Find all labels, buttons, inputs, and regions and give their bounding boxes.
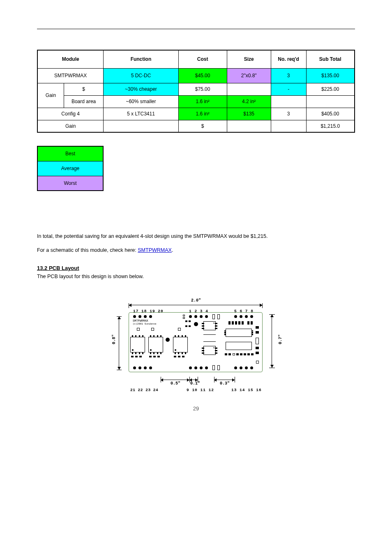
cell: 3 <box>271 108 306 120</box>
pin-labels-bot-right: 13 14 15 16 <box>231 388 262 392</box>
cell <box>306 95 355 108</box>
cell: Gain <box>37 120 104 132</box>
dim-tick <box>117 370 122 370</box>
pin-labels-bot-mid: 9 10 11 12 <box>187 388 214 392</box>
cell: ~30% cheaper <box>104 83 178 95</box>
cell: 4.2 in² <box>227 95 271 108</box>
hdr-size: Size <box>227 50 271 68</box>
cell: 2"x0.8" <box>227 68 271 83</box>
dim-tick <box>269 368 275 368</box>
cell: $135 <box>227 108 271 120</box>
cell: - <box>271 83 306 95</box>
page-number: 29 <box>0 405 392 412</box>
cell: $75.00 <box>178 83 227 95</box>
legend-worst: Worst <box>37 176 103 191</box>
dim-line <box>129 305 263 305</box>
silk-copyright: (c)2001 Sundance <box>133 323 157 325</box>
section-title: 13.2 PCB Layout <box>37 265 355 271</box>
cell: $ <box>64 83 104 95</box>
cell: 5 x LTC3411 <box>104 108 178 120</box>
dim-b3: 0.3" <box>220 381 230 386</box>
cell <box>271 120 306 132</box>
legend-table: Best Average Worst <box>37 146 104 191</box>
cell <box>227 120 271 132</box>
pin-labels-bot-left: 21 22 23 24 <box>130 388 158 392</box>
pcb-diagram: 2.0" 0.8" 0.7" 17 18 19 20 1 2 3 4 5 6 7… <box>37 292 355 403</box>
header-rule <box>37 29 355 29</box>
hdr-function: Function <box>104 50 178 68</box>
pin-labels-top-right: 5 6 7 8 <box>234 309 254 313</box>
dim-line <box>272 314 272 368</box>
section-body: The PCB layout for this design is shown … <box>37 274 355 279</box>
schem-text-before: For a schematic of this module, check he… <box>37 247 138 253</box>
summary-paragraph: In total, the potential saving for an eq… <box>37 232 355 240</box>
cell: $1,215.0 <box>306 120 355 132</box>
silk-title: SMTPWRMAX <box>133 320 148 322</box>
cell <box>227 83 271 95</box>
hdr-noreq: No. req'd <box>271 50 306 68</box>
cell: 1.6 in² <box>178 108 227 120</box>
cell <box>104 120 178 132</box>
cell: $135.00 <box>306 68 355 83</box>
schematic-paragraph: For a schematic of this module, check he… <box>37 246 355 254</box>
hdr-module: Module <box>37 50 104 68</box>
pin-labels-top-left: 17 18 19 20 <box>133 309 164 313</box>
pin-labels-top-mid: 1 2 3 4 <box>189 309 208 313</box>
cell: Config 4 <box>37 108 104 120</box>
schematic-link[interactable]: SMTPWRMAX <box>138 247 172 253</box>
cell: $405.00 <box>306 108 355 120</box>
legend-average: Average <box>37 161 103 176</box>
dim-right-label: 0.7" <box>278 334 283 344</box>
dim-line <box>119 316 119 370</box>
dim-top-label: 2.0" <box>114 298 278 303</box>
cell: 1.6 in² <box>178 95 227 108</box>
hdr-subtotal: Sub Total <box>306 50 355 68</box>
hdr-cost: Cost <box>178 50 227 68</box>
schem-text-after: . <box>172 247 173 253</box>
dim-b2: 0.1" <box>190 381 200 386</box>
cell: Board area <box>64 95 104 108</box>
dim-b1: 0.5" <box>171 381 180 386</box>
legend-best: Best <box>37 146 103 161</box>
comparison-table: Module Function Cost Size No. req'd Sub … <box>37 50 355 133</box>
cell: $45.00 <box>178 68 227 83</box>
cell: SMTPWRMAX <box>37 68 104 83</box>
cell: $225.00 <box>306 83 355 95</box>
cell: ~60% smaller <box>104 95 178 108</box>
cell <box>271 95 306 108</box>
dim-left-label: 0.8" <box>112 334 116 344</box>
cell-gain: Gain <box>37 83 64 108</box>
cell: $ <box>178 120 227 132</box>
cell: 3 <box>271 68 306 83</box>
cell: 5 DC-DC <box>104 68 178 83</box>
